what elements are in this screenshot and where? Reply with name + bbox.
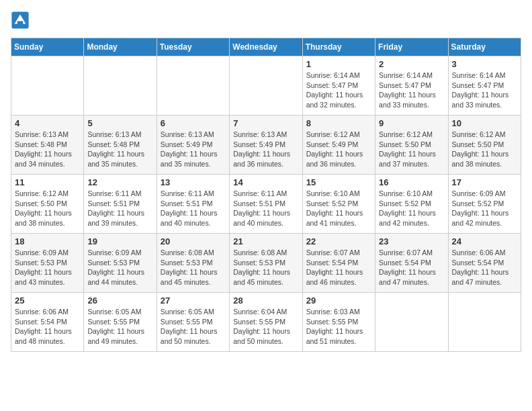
day-info: Sunrise: 6:09 AM Sunset: 5:52 PM Dayligh… xyxy=(452,189,517,228)
calendar-cell: 8Sunrise: 6:12 AM Sunset: 5:49 PM Daylig… xyxy=(302,116,375,175)
day-number: 4 xyxy=(15,118,80,128)
day-number: 7 xyxy=(233,118,298,128)
day-number: 23 xyxy=(379,236,444,246)
calendar-cell xyxy=(230,56,302,116)
week-row-3: 11Sunrise: 6:12 AM Sunset: 5:50 PM Dayli… xyxy=(11,175,521,234)
calendar-cell: 21Sunrise: 6:08 AM Sunset: 5:53 PM Dayli… xyxy=(230,234,302,293)
calendar-cell: 25Sunrise: 6:06 AM Sunset: 5:54 PM Dayli… xyxy=(11,293,84,352)
day-number: 11 xyxy=(15,177,80,187)
calendar-cell: 26Sunrise: 6:05 AM Sunset: 5:55 PM Dayli… xyxy=(84,293,157,352)
day-number: 14 xyxy=(233,177,298,187)
day-number: 22 xyxy=(306,236,371,246)
day-info: Sunrise: 6:07 AM Sunset: 5:54 PM Dayligh… xyxy=(379,248,444,287)
calendar-cell: 23Sunrise: 6:07 AM Sunset: 5:54 PM Dayli… xyxy=(375,234,448,293)
calendar-cell: 28Sunrise: 6:04 AM Sunset: 5:55 PM Dayli… xyxy=(230,293,302,352)
day-number: 28 xyxy=(233,295,298,306)
calendar-cell: 7Sunrise: 6:13 AM Sunset: 5:49 PM Daylig… xyxy=(230,116,302,175)
calendar-cell: 17Sunrise: 6:09 AM Sunset: 5:52 PM Dayli… xyxy=(448,175,521,234)
day-info: Sunrise: 6:12 AM Sunset: 5:50 PM Dayligh… xyxy=(379,130,444,169)
day-info: Sunrise: 6:12 AM Sunset: 5:49 PM Dayligh… xyxy=(306,130,371,169)
day-info: Sunrise: 6:10 AM Sunset: 5:52 PM Dayligh… xyxy=(379,189,444,228)
day-number: 8 xyxy=(306,118,371,128)
weekday-header-sunday: Sunday xyxy=(11,38,84,56)
day-number: 3 xyxy=(452,59,517,69)
day-number: 15 xyxy=(306,177,371,187)
day-info: Sunrise: 6:05 AM Sunset: 5:55 PM Dayligh… xyxy=(87,307,152,347)
calendar-table: SundayMondayTuesdayWednesdayThursdayFrid… xyxy=(11,38,521,352)
calendar-cell: 27Sunrise: 6:05 AM Sunset: 5:55 PM Dayli… xyxy=(157,293,229,352)
calendar-cell: 24Sunrise: 6:06 AM Sunset: 5:54 PM Dayli… xyxy=(448,234,521,293)
calendar-cell xyxy=(11,56,84,116)
day-info: Sunrise: 6:12 AM Sunset: 5:50 PM Dayligh… xyxy=(452,130,517,169)
day-info: Sunrise: 6:07 AM Sunset: 5:54 PM Dayligh… xyxy=(306,248,371,287)
day-number: 27 xyxy=(161,295,226,306)
calendar-cell: 18Sunrise: 6:09 AM Sunset: 5:53 PM Dayli… xyxy=(11,234,84,293)
day-info: Sunrise: 6:05 AM Sunset: 5:55 PM Dayligh… xyxy=(161,307,226,347)
calendar-cell: 12Sunrise: 6:11 AM Sunset: 5:51 PM Dayli… xyxy=(84,175,157,234)
day-info: Sunrise: 6:06 AM Sunset: 5:54 PM Dayligh… xyxy=(452,248,517,287)
day-number: 6 xyxy=(161,118,226,128)
day-info: Sunrise: 6:12 AM Sunset: 5:50 PM Dayligh… xyxy=(15,189,80,228)
weekday-header-row: SundayMondayTuesdayWednesdayThursdayFrid… xyxy=(11,38,521,56)
day-info: Sunrise: 6:14 AM Sunset: 5:47 PM Dayligh… xyxy=(306,71,371,110)
day-number: 5 xyxy=(87,118,152,128)
day-info: Sunrise: 6:08 AM Sunset: 5:53 PM Dayligh… xyxy=(161,248,226,287)
logo xyxy=(11,11,32,30)
weekday-header-thursday: Thursday xyxy=(302,38,375,56)
logo-icon xyxy=(11,11,30,30)
calendar-cell xyxy=(448,293,521,352)
day-info: Sunrise: 6:14 AM Sunset: 5:47 PM Dayligh… xyxy=(452,71,517,110)
calendar-cell: 11Sunrise: 6:12 AM Sunset: 5:50 PM Dayli… xyxy=(11,175,84,234)
day-number: 9 xyxy=(379,118,444,128)
calendar-cell xyxy=(84,56,157,116)
weekday-header-tuesday: Tuesday xyxy=(157,38,229,56)
week-row-2: 4Sunrise: 6:13 AM Sunset: 5:48 PM Daylig… xyxy=(11,116,521,175)
day-info: Sunrise: 6:13 AM Sunset: 5:49 PM Dayligh… xyxy=(161,130,226,169)
day-number: 13 xyxy=(161,177,226,187)
day-info: Sunrise: 6:06 AM Sunset: 5:54 PM Dayligh… xyxy=(15,307,80,347)
day-number: 19 xyxy=(87,236,152,246)
calendar-cell: 14Sunrise: 6:11 AM Sunset: 5:51 PM Dayli… xyxy=(230,175,302,234)
svg-rect-2 xyxy=(17,21,23,25)
day-info: Sunrise: 6:03 AM Sunset: 5:55 PM Dayligh… xyxy=(306,307,371,347)
week-row-4: 18Sunrise: 6:09 AM Sunset: 5:53 PM Dayli… xyxy=(11,234,521,293)
day-number: 10 xyxy=(452,118,517,128)
day-info: Sunrise: 6:11 AM Sunset: 5:51 PM Dayligh… xyxy=(233,189,298,228)
weekday-header-monday: Monday xyxy=(84,38,157,56)
day-number: 24 xyxy=(452,236,517,246)
day-info: Sunrise: 6:10 AM Sunset: 5:52 PM Dayligh… xyxy=(306,189,371,228)
day-number: 18 xyxy=(15,236,80,246)
day-info: Sunrise: 6:13 AM Sunset: 5:48 PM Dayligh… xyxy=(87,130,152,169)
day-number: 2 xyxy=(379,59,444,69)
day-number: 12 xyxy=(87,177,152,187)
weekday-header-wednesday: Wednesday xyxy=(230,38,302,56)
day-number: 21 xyxy=(233,236,298,246)
calendar-cell: 16Sunrise: 6:10 AM Sunset: 5:52 PM Dayli… xyxy=(375,175,448,234)
day-number: 29 xyxy=(306,295,371,306)
day-info: Sunrise: 6:11 AM Sunset: 5:51 PM Dayligh… xyxy=(161,189,226,228)
calendar-cell: 3Sunrise: 6:14 AM Sunset: 5:47 PM Daylig… xyxy=(448,56,521,116)
day-number: 16 xyxy=(379,177,444,187)
week-row-5: 25Sunrise: 6:06 AM Sunset: 5:54 PM Dayli… xyxy=(11,293,521,352)
day-info: Sunrise: 6:08 AM Sunset: 5:53 PM Dayligh… xyxy=(233,248,298,287)
day-number: 20 xyxy=(161,236,226,246)
calendar-cell xyxy=(157,56,229,116)
calendar-cell: 15Sunrise: 6:10 AM Sunset: 5:52 PM Dayli… xyxy=(302,175,375,234)
day-info: Sunrise: 6:09 AM Sunset: 5:53 PM Dayligh… xyxy=(87,248,152,287)
calendar-cell: 5Sunrise: 6:13 AM Sunset: 5:48 PM Daylig… xyxy=(84,116,157,175)
header xyxy=(11,11,521,30)
calendar-cell: 13Sunrise: 6:11 AM Sunset: 5:51 PM Dayli… xyxy=(157,175,229,234)
day-info: Sunrise: 6:13 AM Sunset: 5:49 PM Dayligh… xyxy=(233,130,298,169)
calendar-cell xyxy=(375,293,448,352)
calendar-cell: 4Sunrise: 6:13 AM Sunset: 5:48 PM Daylig… xyxy=(11,116,84,175)
weekday-header-friday: Friday xyxy=(375,38,448,56)
calendar-cell: 1Sunrise: 6:14 AM Sunset: 5:47 PM Daylig… xyxy=(302,56,375,116)
calendar-cell: 2Sunrise: 6:14 AM Sunset: 5:47 PM Daylig… xyxy=(375,56,448,116)
day-number: 26 xyxy=(87,295,152,306)
calendar-cell: 22Sunrise: 6:07 AM Sunset: 5:54 PM Dayli… xyxy=(302,234,375,293)
calendar-cell: 19Sunrise: 6:09 AM Sunset: 5:53 PM Dayli… xyxy=(84,234,157,293)
day-info: Sunrise: 6:13 AM Sunset: 5:48 PM Dayligh… xyxy=(15,130,80,169)
calendar-cell: 29Sunrise: 6:03 AM Sunset: 5:55 PM Dayli… xyxy=(302,293,375,352)
day-info: Sunrise: 6:04 AM Sunset: 5:55 PM Dayligh… xyxy=(233,307,298,347)
day-number: 1 xyxy=(306,59,371,69)
